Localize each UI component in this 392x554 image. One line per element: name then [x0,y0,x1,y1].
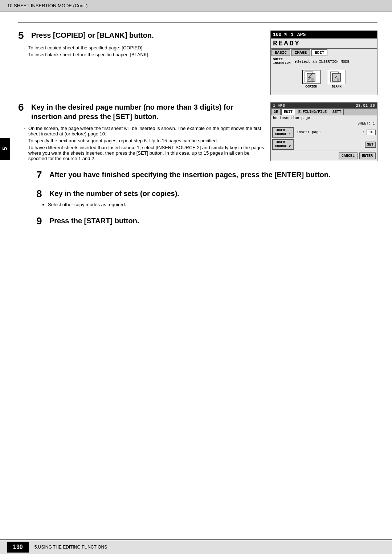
panel1: 100 % 1 APS READY BASIC IMAGE EDIT SHEET… [270,30,377,95]
svg-rect-1 [307,73,315,81]
page-header: 10.SHEET INSERTION MODE (Cont.) [0,0,392,12]
insert-page-value[interactable]: 10 [367,130,376,135]
main-content: 5 Press [COPIED] or [BLANK] button. To i… [0,12,392,242]
panel1-header: 100 % 1 APS [271,31,377,38]
insert-source2-button[interactable]: INSERT SOURCE 2 [272,139,294,150]
step8-section: 8 Key in the number of sets (or copies).… [18,189,377,207]
panel2-source2-row: INSERT SOURCE 2 SET [271,138,377,151]
panel2-sheet-label: SHEET: 1 [358,122,375,126]
step7-title: After you have finished specifying the i… [49,170,331,179]
step5-heading: 5 Press [COPIED] or [BLANK] button. [18,30,265,41]
panel2-tab-ge[interactable]: GE [271,109,281,115]
sidebar-tab-label: 5 [2,147,8,151]
panel1-sheet-label: SHEET INSERTION [273,58,291,65]
panel1-tab-image[interactable]: IMAGE [291,49,310,56]
step7-number: 7 [36,170,46,180]
insert-source1-button[interactable]: INSERT SOURCE 1 [272,127,294,138]
footer-text: 5.USING THE EDITING FUNCTIONS [34,545,107,550]
step5-content: 5 Press [COPIED] or [BLANK] button. To i… [18,30,270,59]
panel1-percent: 100 % [273,32,287,37]
step5-bullet-1: To insert copied sheet at the specified … [24,45,265,50]
blank-icon-block: BLANK [328,70,346,89]
step8-title: Key in the number of sets (or copies). [49,189,179,198]
insert-page-label: Insert page [295,130,361,134]
copied-label: COPIED [305,85,317,89]
panel2-tab-edit[interactable]: EDIT [281,109,295,115]
copied-icon-block: COPIED [302,70,320,89]
copied-icon[interactable] [302,70,320,84]
copied-svg [304,71,319,83]
step6-content: 6 Key in the desired page number (no mor… [18,102,270,163]
step6-title: Key in the desired page number (no more … [31,102,265,121]
panel1-tab-basic[interactable]: BASIC [271,49,290,56]
panel2-header: 1 APS 28.01.20 [271,103,377,109]
step6-bullet-3: To have different sheets inserted than I… [24,145,265,161]
cancel-button[interactable]: CANCEL [339,152,358,159]
panel1-select-label: ▶Select an INSERTION MODE [295,60,350,64]
header-text: 10.SHEET INSERTION MODE (Cont.) [7,3,87,8]
step8-bullet-1: Select other copy modes as required. [42,202,377,207]
step5-number: 5 [18,30,28,41]
footer-page-number: 130 [7,542,29,553]
step9-number: 9 [36,216,46,226]
panel2-tab-sett[interactable]: SETT [330,109,344,115]
sidebar-chapter-tab: 5 [0,138,10,160]
step6-bullet-1: On the screen, the page where the first … [24,126,265,137]
step6-number: 6 [18,102,28,113]
step8-number: 8 [36,189,46,199]
blank-svg [330,71,344,83]
svg-rect-3 [332,73,340,81]
step9-section: 9 Press the [START] button. [18,216,377,226]
step6-bullet-2: To specify the next and subsequent pages… [24,138,265,143]
step7-section: 7 After you have finished specifying the… [18,170,377,180]
panel1-icons-row: COPIED BLANK [271,67,377,91]
blank-label: BLANK [332,85,342,89]
panel1-num: 1 [291,32,294,37]
step6-section: 6 Key in the desired page number (no mor… [18,102,377,163]
panel2-header-right: 28.01.20 [356,103,375,108]
step5-bullets: To insert copied sheet at the specified … [18,45,265,57]
step8-heading: 8 Key in the number of sets (or copies). [36,189,377,199]
enter-button[interactable]: ENTER [359,152,376,159]
step6-heading: 6 Key in the desired page number (no mor… [18,102,265,121]
step9-title: Press the [START] button. [49,216,139,225]
step5-section: 5 Press [COPIED] or [BLANK] button. To i… [18,30,377,95]
step8-bullets: Select other copy modes as required. [36,202,377,207]
step6-bullets: On the screen, the page where the first … [18,126,265,161]
panel2-bottom-buttons: CANCEL ENTER [271,151,377,161]
step5-title: Press [COPIED] or [BLANK] button. [31,30,154,40]
panel1-ready: READY [271,38,377,48]
panel2-tabs: GE EDIT E-FILING/FILE SETT [271,109,377,115]
step6-panel: 1 APS 28.01.20 GE EDIT E-FILING/FILE SET… [270,102,377,161]
panel1-aps: APS [297,32,306,37]
page-footer: 130 5.USING THE EDITING FUNCTIONS [0,539,392,554]
panel1-divider [271,93,377,93]
step5-panel: 100 % 1 APS READY BASIC IMAGE EDIT SHEET… [270,30,377,95]
set-button[interactable]: SET [365,142,376,148]
section-divider [18,23,377,23]
blank-icon[interactable] [328,70,346,84]
panel2-insertion-label: he Insertion page [271,115,377,121]
panel2-header-left: 1 APS [273,103,285,108]
panel1-tab-edit[interactable]: EDIT [311,49,327,56]
step7-heading: 7 After you have finished specifying the… [36,170,377,180]
step5-bullet-2: To insert blank sheet before the specifi… [24,52,265,57]
insert-page-colon: : [362,130,364,134]
panel2-sheet-row: SHEET: 1 [271,121,377,126]
panel2: 1 APS 28.01.20 GE EDIT E-FILING/FILE SET… [270,102,377,161]
panel2-source1-row: INSERT SOURCE 1 Insert page : 10 [271,126,377,139]
panel2-tab-efiling[interactable]: E-FILING/FILE [296,109,329,115]
panel1-tabs: BASIC IMAGE EDIT [271,48,377,57]
panel1-insertion-row: SHEET INSERTION ▶Select an INSERTION MOD… [271,57,377,67]
step9-heading: 9 Press the [START] button. [36,216,377,226]
